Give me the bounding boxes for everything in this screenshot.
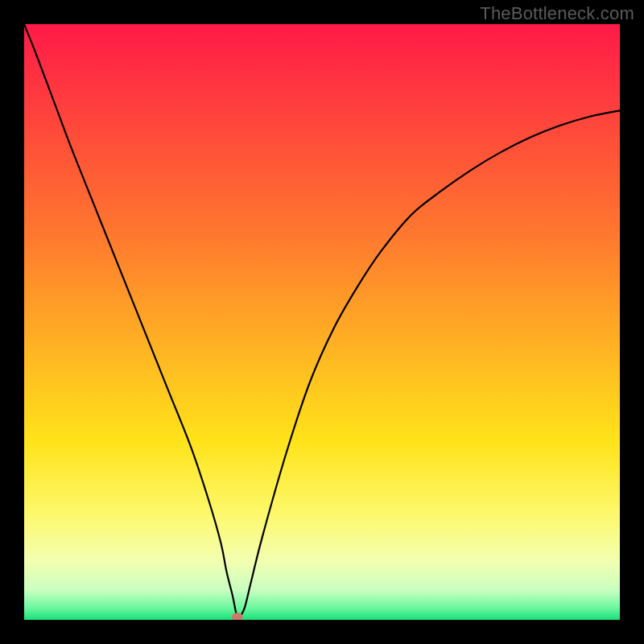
chart-frame: TheBottleneck.com <box>0 0 644 644</box>
watermark-text: TheBottleneck.com <box>480 3 634 24</box>
gradient-background <box>24 24 620 620</box>
bottleneck-chart <box>24 24 620 620</box>
